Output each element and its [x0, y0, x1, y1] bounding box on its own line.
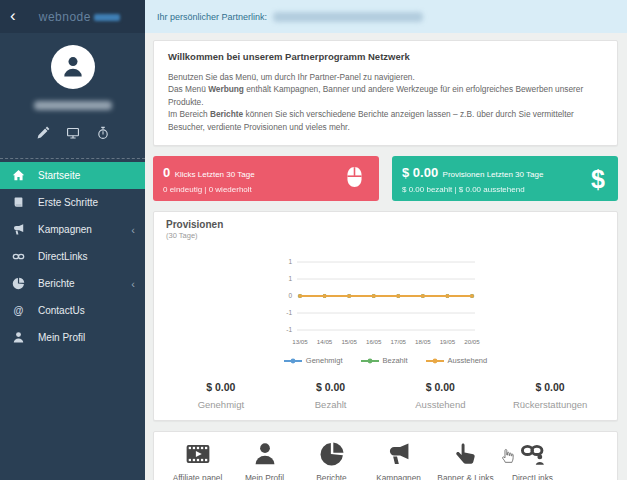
sidebar-divider [0, 158, 145, 159]
collapse-sidebar-button[interactable]: ‹ [8, 7, 22, 26]
monitor-icon [66, 126, 80, 140]
person-icon [12, 331, 25, 344]
line-chart-svg: 110-1-113/0514/0515/0516/0517/0518/0519/… [261, 252, 511, 354]
summary-ausstehend: $ 0.00Ausstehend [386, 381, 496, 410]
welcome-line-1: Benutzen Sie das Menü, um durch Ihr Part… [168, 71, 603, 83]
shortcut-label: Banner & Links [432, 473, 499, 480]
summary-value: $ 0.00 [495, 381, 605, 393]
pie-icon [12, 277, 25, 290]
stats-row: 0 Klicks Letzten 30 Tage0 eindeutig | 0 … [153, 156, 618, 201]
summary-value: $ 0.00 [276, 381, 386, 393]
pencil-button[interactable] [36, 126, 50, 140]
sidebar-item-label: Erste Schritte [38, 197, 98, 208]
sidebar: ‹ webnode StartseiteErste SchritteKampag… [0, 0, 145, 480]
summary-row: $ 0.00Genehmigt$ 0.00Bezahlt$ 0.00Ausste… [166, 377, 605, 412]
svg-text:-1: -1 [286, 309, 292, 316]
click-icon [453, 441, 479, 467]
summary-label: Bezahlt [276, 399, 386, 410]
person-icon [252, 441, 278, 467]
svg-text:13/05: 13/05 [292, 338, 308, 345]
stat-label: Klicks Letzten 30 Tage [175, 170, 255, 179]
stat-label: Provisionen Letzten 30 Tage [443, 170, 544, 179]
shortcut-directlinks[interactable]: DirectLinks [499, 441, 566, 480]
summary-label: Ausstehend [386, 399, 496, 410]
partner-link-redacted[interactable] [273, 12, 423, 22]
sidebar-item-startseite[interactable]: Startseite [0, 162, 145, 189]
shortcut-label: DirectLinks [499, 473, 566, 480]
film-icon [185, 441, 211, 467]
svg-text:17/05: 17/05 [390, 338, 406, 345]
partner-link-bar: Ihr persönlicher Partnerlink: [145, 0, 627, 33]
sidebar-item-label: Kampagnen [38, 224, 92, 235]
watch-button[interactable] [96, 126, 110, 140]
shortcut-label: Mein Profil [231, 473, 298, 480]
svg-text:14/05: 14/05 [316, 338, 332, 345]
svg-text:0: 0 [288, 292, 292, 299]
stat-value: $ 0.00 [402, 165, 438, 180]
monitor-button[interactable] [66, 126, 80, 140]
legend-item-genehmigt[interactable]: Genehmigt [284, 356, 343, 365]
sidebar-item-erste-schritte[interactable]: Erste Schritte [0, 189, 145, 216]
sidebar-item-contactus[interactable]: ContactUs [0, 297, 145, 324]
shortcut-label: Affiliate panel tutorial video [164, 473, 231, 480]
welcome-line-2: Das Menü Werbung enthält Kampagnen, Bann… [168, 83, 603, 108]
shortcut-mein-profil[interactable]: Mein Profil [231, 441, 298, 480]
shortcut-kampagnen[interactable]: Kampagnen [365, 441, 432, 480]
commissions-line-chart: 110-1-113/0514/0515/0516/0517/0518/0519/… [166, 252, 605, 354]
chart-title: Provisionen [166, 219, 605, 230]
book-icon [12, 196, 25, 209]
username-redacted [34, 101, 112, 110]
shortcut-label: Kampagnen [365, 473, 432, 480]
shortcut-berichte[interactable]: Berichte [298, 441, 365, 480]
sidebar-item-label: DirectLinks [38, 251, 87, 262]
sidebar-item-berichte[interactable]: Berichte‹ [0, 270, 145, 297]
sidebar-item-label: Startseite [38, 170, 80, 181]
dollar-icon: $ [591, 164, 605, 192]
stat-subtext: 0 eindeutig | 0 wiederholt [163, 185, 369, 194]
at-icon [12, 304, 25, 317]
summary-label: Rückerstattungen [495, 399, 605, 410]
svg-text:-1: -1 [286, 326, 292, 333]
sidebar-profile [0, 33, 145, 146]
summary-label: Genehmigt [166, 399, 276, 410]
sidebar-header: ‹ webnode [0, 0, 145, 33]
sidebar-menu: StartseiteErste SchritteKampagnen‹Direct… [0, 162, 145, 351]
chevron-left-icon: ‹ [131, 278, 135, 290]
legend-item-bezahlt[interactable]: Bezahlt [361, 356, 408, 365]
chevron-left-icon: ‹ [131, 224, 135, 236]
sidebar-item-label: ContactUs [38, 305, 85, 316]
summary-bezahlt: $ 0.00Bezahlt [276, 381, 386, 410]
summary-genehmigt: $ 0.00Genehmigt [166, 381, 276, 410]
stat-subtext: $ 0.00 bezahlt | $ 0.00 ausstehend [402, 185, 608, 194]
legend-item-ausstehend[interactable]: Ausstehend [426, 356, 488, 365]
svg-text:1: 1 [288, 275, 292, 282]
welcome-card: Willkommen bei unserem Partnerprogramm N… [153, 40, 618, 146]
avatar [51, 45, 95, 89]
summary-value: $ 0.00 [386, 381, 496, 393]
sidebar-item-label: Mein Profil [38, 332, 85, 343]
legend-marker-icon [284, 357, 302, 365]
webnode-logo: webnode [22, 10, 137, 24]
shortcut-banner-links[interactable]: Banner & Links [432, 441, 499, 480]
summary-r-ckerstattungen: $ 0.00Rückerstattungen [495, 381, 605, 410]
clicks-stat-card: 0 Klicks Letzten 30 Tage0 eindeutig | 0 … [153, 156, 379, 201]
stat-value: 0 [163, 165, 170, 180]
sidebar-item-label: Berichte [38, 278, 75, 289]
svg-text:15/05: 15/05 [341, 338, 357, 345]
svg-text:20/05: 20/05 [464, 338, 480, 345]
legend-marker-icon [426, 357, 444, 365]
sidebar-item-mein-profil[interactable]: Mein Profil [0, 324, 145, 351]
chain-icon [520, 441, 546, 467]
partner-link-label: Ihr persönlicher Partnerlink: [157, 12, 267, 22]
mouse-icon [343, 164, 366, 190]
pencil-icon [36, 126, 50, 140]
chart-legend: GenehmigtBezahltAusstehend [166, 356, 605, 365]
welcome-title: Willkommen bei unserem Partnerprogramm N… [168, 51, 603, 62]
sidebar-item-directlinks[interactable]: DirectLinks [0, 243, 145, 270]
sidebar-item-kampagnen[interactable]: Kampagnen‹ [0, 216, 145, 243]
welcome-line-3: Im Bereich Berichte können Sie sich vers… [168, 108, 603, 133]
affiliate-dashboard: ‹ webnode StartseiteErste SchritteKampag… [0, 0, 627, 480]
home-icon [12, 169, 25, 182]
link-icon [12, 250, 25, 263]
shortcut-affiliate-panel-tutorial-video[interactable]: Affiliate panel tutorial video [164, 441, 231, 480]
